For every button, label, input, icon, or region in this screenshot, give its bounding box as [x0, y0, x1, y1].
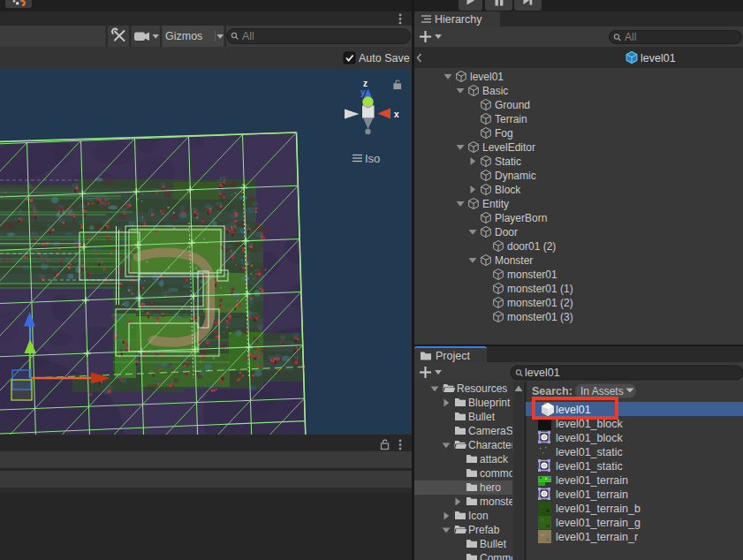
- svg-text:Prefab: Prefab: [468, 524, 500, 536]
- svg-text:Hierarchy: Hierarchy: [435, 13, 482, 26]
- svg-text:Bullet: Bullet: [468, 411, 496, 423]
- svg-text:monster01 (2): monster01 (2): [507, 297, 573, 309]
- svg-text:monster01 (3): monster01 (3): [507, 311, 573, 323]
- svg-text:door01 (2): door01 (2): [507, 240, 556, 253]
- svg-text:level01_terrain_r: level01_terrain_r: [556, 531, 638, 543]
- svg-text:Iso: Iso: [365, 152, 380, 165]
- svg-text:All: All: [242, 30, 254, 42]
- svg-text:hero: hero: [480, 481, 501, 494]
- svg-text:Auto Save: Auto Save: [359, 52, 410, 64]
- svg-text:Gizmos: Gizmos: [165, 30, 202, 42]
- svg-text:Monster: Monster: [495, 254, 533, 267]
- svg-text:level01: level01: [525, 367, 560, 379]
- svg-text:PlayerBorn: PlayerBorn: [495, 212, 547, 224]
- svg-text:monster01: monster01: [507, 269, 557, 281]
- svg-text:LevelEditor: LevelEditor: [482, 141, 535, 154]
- svg-text:Door: Door: [495, 226, 518, 238]
- svg-text:level01_terrain_g: level01_terrain_g: [556, 517, 641, 529]
- svg-text:monster: monster: [480, 496, 518, 508]
- svg-text:Blueprint: Blueprint: [468, 397, 511, 409]
- svg-text:level01_static: level01_static: [556, 460, 623, 473]
- svg-text:level01: level01: [641, 52, 676, 64]
- svg-text:Character: Character: [468, 439, 515, 451]
- svg-text:level01_block: level01_block: [556, 432, 623, 444]
- svg-text:x: x: [394, 110, 399, 119]
- svg-text:Resources: Resources: [457, 382, 507, 395]
- svg-text:Fog: Fog: [495, 127, 513, 140]
- svg-text:Bullet: Bullet: [480, 538, 507, 550]
- svg-text:Ground: Ground: [495, 99, 530, 111]
- svg-text:Search:: Search:: [532, 385, 572, 397]
- svg-text:level01_terrain: level01_terrain: [556, 474, 628, 487]
- svg-text:Entity: Entity: [482, 198, 509, 210]
- svg-text:In Assets: In Assets: [580, 385, 624, 397]
- svg-text:Icon: Icon: [468, 510, 489, 522]
- svg-text:level01_static: level01_static: [556, 446, 623, 458]
- svg-text:attack: attack: [480, 453, 509, 465]
- svg-text:Basic: Basic: [482, 85, 508, 97]
- svg-text:level01: level01: [556, 404, 591, 416]
- svg-text:Project: Project: [436, 350, 470, 362]
- svg-text:CameraShake: CameraShake: [468, 425, 536, 437]
- svg-text:level01_terrain: level01_terrain: [556, 488, 628, 501]
- svg-text:level01: level01: [470, 71, 504, 83]
- svg-text:Terrain: Terrain: [495, 113, 527, 125]
- svg-text:Block: Block: [495, 184, 521, 196]
- svg-text:All: All: [625, 31, 636, 43]
- svg-text:Static: Static: [495, 155, 521, 168]
- svg-text:Dynamic: Dynamic: [495, 170, 536, 182]
- svg-text:level01_terrain_b: level01_terrain_b: [556, 503, 641, 515]
- svg-text:monster01 (1): monster01 (1): [507, 283, 573, 295]
